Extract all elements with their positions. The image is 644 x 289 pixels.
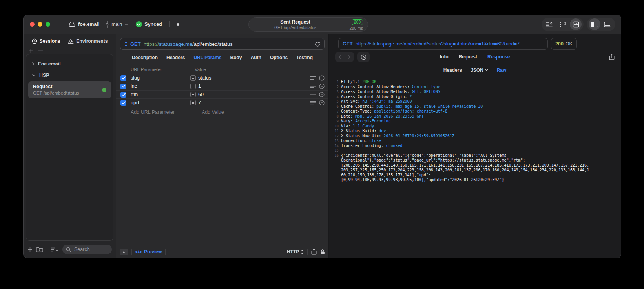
preview-button[interactable]: </> Preview: [135, 249, 162, 254]
header-separator: :: [350, 114, 355, 118]
lock-icon[interactable]: [320, 249, 325, 255]
sidebar-group-label: Foe.email: [38, 61, 61, 67]
tab-description[interactable]: Description: [132, 55, 158, 60]
add-value[interactable]: Add Value: [202, 109, 224, 115]
tab-auth[interactable]: Auth: [251, 55, 261, 60]
method-select-icon[interactable]: [124, 42, 128, 47]
subtab-raw[interactable]: Raw: [497, 67, 507, 73]
tab-info[interactable]: Info: [440, 54, 449, 60]
close-window-button[interactable]: [30, 22, 35, 27]
view-options-icon[interactable]: [51, 247, 59, 252]
text-options-icon[interactable]: [310, 93, 316, 96]
param-value[interactable]: 1: [198, 84, 310, 89]
remove-row-icon[interactable]: [319, 92, 325, 97]
text-options-icon[interactable]: [310, 101, 316, 105]
sync-status-label: Synced: [144, 22, 162, 27]
tab-response[interactable]: Response: [487, 54, 510, 60]
tab-sessions[interactable]: Sessions: [32, 38, 60, 44]
preview-label: Preview: [144, 249, 162, 254]
export-lines-icon[interactable]: [543, 18, 556, 31]
remove-row-icon[interactable]: [319, 75, 325, 81]
tab-headers[interactable]: Headers: [166, 55, 185, 60]
search-input[interactable]: [73, 246, 108, 253]
search-box[interactable]: [62, 245, 112, 254]
subtab-json[interactable]: JSON: [471, 67, 488, 73]
param-name[interactable]: slug: [131, 75, 190, 81]
line-number: 11: [329, 129, 341, 134]
response-line: 7Content-Type: application/json; charset…: [329, 109, 621, 114]
sent-url: https://statuspage.me/api/embed/status?s…: [356, 41, 520, 47]
project-name: foe.email: [78, 22, 99, 27]
tab-url-params[interactable]: URL Params: [193, 55, 221, 60]
raw-response-view: 1HTTP/1.1 200 OK2Access-Control-Allow-He…: [329, 76, 621, 258]
param-checkbox[interactable]: [120, 75, 126, 81]
sidebar-group-hsp[interactable]: HSP: [26, 69, 113, 81]
add-session-button[interactable]: [28, 48, 33, 53]
param-checkbox[interactable]: [120, 92, 126, 98]
method-label[interactable]: GET: [130, 41, 141, 47]
back-arrow-icon[interactable]: [338, 55, 341, 59]
param-name[interactable]: rtm: [131, 92, 190, 97]
history-clock-button[interactable]: [357, 52, 370, 62]
tab-body[interactable]: Body: [230, 55, 242, 60]
line-number: 14: [329, 144, 341, 149]
equals-operator-icon[interactable]: =: [190, 84, 196, 89]
tab-environments[interactable]: Environments: [68, 38, 108, 44]
http-version-select[interactable]: HTTP: [287, 249, 304, 254]
panel-bottom-icon[interactable]: [601, 18, 614, 31]
tab-options[interactable]: Options: [270, 55, 288, 60]
equals-operator-icon[interactable]: =: [190, 75, 196, 81]
param-name[interactable]: inc: [131, 84, 190, 89]
project-menu[interactable]: foe.email: [68, 22, 99, 27]
panel-left-icon[interactable]: [589, 18, 600, 30]
remove-row-icon[interactable]: [319, 84, 325, 89]
titlebar: foe.email main Synced: [24, 15, 621, 34]
http-version-label: HTTP: [287, 249, 299, 254]
request-url-bar[interactable]: GET https://statuspage.me/api/embed/stat…: [120, 38, 325, 50]
param-checkbox[interactable]: [120, 100, 126, 106]
response-line-text: Access-Control-Allow-Headers: Content-Ty…: [341, 85, 440, 90]
zoom-window-button[interactable]: [46, 22, 50, 27]
expand-editor-button[interactable]: [120, 249, 128, 255]
lasso-icon[interactable]: [556, 18, 569, 31]
equals-operator-icon[interactable]: =: [190, 100, 196, 105]
add-request-button[interactable]: [27, 247, 33, 252]
response-line-text: Alt-Svc: h3=":443"; ma=2592000: [341, 99, 412, 104]
param-value[interactable]: status: [198, 75, 310, 81]
param-checkbox[interactable]: [120, 84, 126, 89]
response-line-text: Via: 1.1 Caddy: [341, 124, 374, 129]
param-name[interactable]: upd: [131, 100, 190, 105]
param-value[interactable]: 7: [198, 100, 310, 105]
window-controls: [24, 22, 50, 27]
reload-icon[interactable]: [315, 41, 320, 47]
json-body-line: 203,257,225,165,250,173,204,223,158,208,…: [341, 168, 589, 173]
add-folder-button[interactable]: [36, 247, 43, 253]
forward-arrow-icon[interactable]: [348, 55, 351, 59]
remove-session-button[interactable]: [38, 48, 43, 53]
branch-menu[interactable]: main: [105, 21, 128, 28]
sent-request-pill[interactable]: Sent Request GET /api/embed/status 200 2…: [248, 17, 368, 32]
export-response-icon[interactable]: [609, 54, 615, 60]
minimize-window-button[interactable]: [38, 22, 42, 27]
response-line-text: Access-Control-Allow-Methods: GET, OPTIO…: [341, 89, 440, 95]
header-separator: :: [407, 85, 412, 89]
subtab-headers[interactable]: Headers: [443, 67, 462, 73]
text-options-icon[interactable]: [310, 84, 316, 88]
text-options-icon[interactable]: [310, 76, 316, 80]
tab-testing[interactable]: Testing: [296, 55, 313, 60]
request-url[interactable]: https://statuspage.me/api/embed/status: [144, 41, 233, 47]
param-value[interactable]: 60: [198, 92, 310, 97]
params-table-header: URL Parameter Value: [116, 65, 328, 74]
subtab-label: JSON: [471, 67, 483, 73]
sync-box-icon[interactable]: [570, 18, 582, 30]
add-url-parameter[interactable]: Add URL Parameter: [131, 109, 202, 115]
sidebar-group-foe-email[interactable]: Foe.email: [26, 58, 113, 69]
share-icon[interactable]: [311, 249, 317, 255]
header-value: GET, OPTIONS: [412, 89, 440, 94]
response-line: 9Vary: Accept-Encoding: [329, 119, 621, 124]
remove-row-icon[interactable]: [319, 100, 325, 105]
sync-status[interactable]: Synced: [136, 21, 162, 27]
equals-operator-icon[interactable]: =: [190, 92, 196, 97]
tab-request[interactable]: Request: [459, 54, 477, 60]
request-list-item-selected[interactable]: Request GET /api/embed/status: [28, 81, 111, 98]
